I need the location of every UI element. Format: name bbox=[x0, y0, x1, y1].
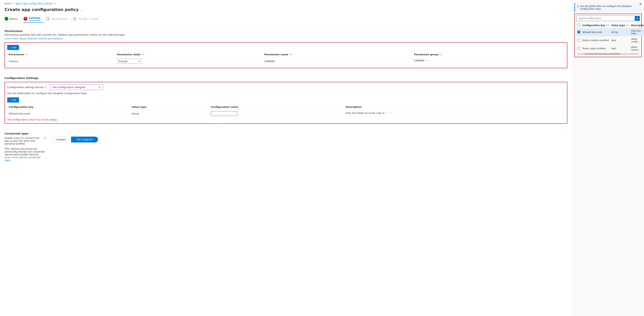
search-clear-button[interactable]: ✕ bbox=[635, 16, 640, 21]
config-col-key: Configuration key bbox=[7, 104, 130, 110]
panel-row-type-3: bool bbox=[610, 44, 630, 53]
row-checkbox-cell[interactable] bbox=[576, 28, 581, 36]
config-desc-cell: Only the listed accounts may si... ··· bbox=[344, 110, 565, 116]
chevron-down-icon: ∨ bbox=[138, 60, 140, 63]
step-label-assignments: Assignments bbox=[52, 17, 67, 20]
permissions-section: Permissions Permissions granted here wil… bbox=[0, 26, 572, 73]
panel-row-key-2: Notes creation enabled bbox=[581, 36, 610, 44]
page-title-row: Create app configuration policy ... bbox=[0, 6, 572, 15]
config-format-dropdown[interactable]: Use configuration designer ∨ bbox=[50, 84, 103, 90]
toggle-not-configured-button[interactable]: Not configured bbox=[71, 137, 98, 142]
connected-info-icon[interactable]: ⓘ bbox=[44, 137, 46, 140]
connected-note: This setting only works for personally-o… bbox=[4, 147, 46, 162]
panel-col-key: Configuration key ↑↓ bbox=[581, 22, 610, 28]
step-circle-assignments: 3 bbox=[46, 17, 50, 21]
wizard-step-assignments[interactable]: 3 Assignments bbox=[46, 15, 70, 22]
config-type-string: string bbox=[130, 110, 209, 118]
breadcrumb: Home > Apps | App configuration policies… bbox=[0, 0, 572, 6]
breadcrumb-home[interactable]: Home bbox=[4, 2, 11, 5]
panel-row-desc-3: Allow teams... bbox=[630, 44, 644, 53]
scrollbar-track bbox=[578, 53, 638, 54]
row-checkbox-cell[interactable] bbox=[576, 36, 581, 44]
row-more-icon[interactable]: ··· bbox=[426, 59, 430, 62]
config-add-button[interactable]: + Add bbox=[7, 97, 19, 102]
permissions-col-name: Permission name ↑↓ bbox=[263, 52, 412, 57]
search-row: ✕ bbox=[576, 15, 640, 21]
perm-name-camera: CAMERA bbox=[263, 57, 412, 65]
panel-row-type-1: string bbox=[610, 28, 630, 36]
info-banner-icon: ℹ bbox=[577, 5, 578, 10]
list-item: Teams apps enabled bool Allow teams... bbox=[576, 44, 644, 53]
select-all-checkbox[interactable] bbox=[578, 24, 580, 26]
connected-link[interactable]: Learn more about connected apps bbox=[4, 156, 40, 162]
row-checkbox[interactable] bbox=[578, 31, 580, 33]
breadcrumb-sep2: > bbox=[54, 2, 56, 5]
breadcrumb-sep1: > bbox=[12, 2, 14, 5]
config-col-desc: Description bbox=[344, 104, 565, 110]
permissions-table: Permission ↑↓ Permission state ↑↓ Permis… bbox=[7, 52, 565, 65]
row-checkbox[interactable] bbox=[578, 39, 580, 41]
list-item: Allowed Accounts string Only the liste..… bbox=[576, 28, 644, 36]
page-title-dots[interactable]: ... bbox=[80, 7, 84, 11]
step-circle-settings: ✗ bbox=[24, 17, 27, 21]
horizontal-scrollbar[interactable]: ‹ › bbox=[576, 53, 640, 55]
panel-col-checkbox bbox=[576, 22, 581, 28]
config-key-allowed: Allowed Accounts bbox=[7, 110, 130, 118]
perm-state-dropdown[interactable]: Prompt ∨ bbox=[116, 57, 263, 65]
permissions-box: + Add Permission ↑↓ Permission state ↑↓ … bbox=[4, 42, 568, 68]
wizard-step-review[interactable]: 4 Review + create bbox=[73, 15, 102, 22]
config-col-type: Value type bbox=[130, 104, 209, 110]
config-value-input[interactable] bbox=[211, 111, 238, 116]
step-label-settings: Settings bbox=[29, 16, 40, 21]
close-icon[interactable]: ✕ bbox=[639, 2, 642, 6]
config-format-row: Configuration settings format ⓘ Use conf… bbox=[7, 84, 565, 90]
scroll-left-icon[interactable]: ‹ bbox=[577, 53, 578, 55]
table-row: Camera Prompt ∨ CAMERA CAMERA ··· bbox=[7, 57, 565, 65]
toggle-enabled-button[interactable]: Enabled bbox=[51, 137, 71, 142]
panel-row-key-3: Teams apps enabled bbox=[581, 44, 610, 53]
right-panel: ✕ ℹ Use the JSON editor to configure the… bbox=[572, 0, 644, 316]
panel-col-type: Value type ↑↓ bbox=[610, 22, 630, 28]
json-note: Use the JSON editor to configure the dis… bbox=[7, 92, 565, 95]
wizard-step-basics[interactable]: ✓ Basics bbox=[4, 15, 21, 22]
permissions-col-permission: Permission ↑↓ bbox=[7, 52, 116, 57]
connected-apps-section: Connected apps Enable users to connect t… bbox=[0, 129, 572, 165]
config-format-label: Configuration settings format ⓘ bbox=[7, 86, 47, 89]
wizard-step-settings[interactable]: ✗ Settings bbox=[24, 15, 44, 23]
config-error: The configuration value must not be empt… bbox=[7, 118, 565, 121]
row-checkbox[interactable] bbox=[578, 47, 580, 50]
list-item: Notes creation enabled bool Allow creati… bbox=[576, 36, 644, 44]
page-title: Create app configuration policy bbox=[4, 7, 79, 12]
config-settings-title: Configuration Settings bbox=[4, 76, 568, 80]
scrollbar-thumb[interactable] bbox=[584, 53, 620, 54]
panel-row-key-1: Allowed Accounts bbox=[581, 28, 610, 36]
step-circle-basics: ✓ bbox=[4, 17, 8, 21]
config-format-label-text: Configuration settings format bbox=[7, 86, 44, 89]
connected-apps-title: Connected apps bbox=[4, 132, 568, 135]
step-sep-2: › bbox=[44, 17, 45, 21]
step-label-review: Review + create bbox=[78, 17, 98, 20]
config-format-info-icon[interactable]: ⓘ bbox=[44, 86, 47, 89]
row-checkbox-cell[interactable] bbox=[576, 44, 581, 53]
panel-table: Configuration key ↑↓ Value type ↑↓ Descr… bbox=[576, 22, 644, 53]
panel-filter-box: ✕ Configuration key ↑↓ Value type ↑↓ Des… bbox=[574, 14, 642, 57]
step-circle-review: 4 bbox=[73, 17, 77, 21]
panel-row-desc-1: Only the liste... bbox=[630, 28, 644, 36]
breadcrumb-apps[interactable]: Apps | App configuration policies bbox=[16, 2, 53, 5]
connected-label-row: Enable users to connect this app across … bbox=[4, 137, 46, 145]
permissions-desc: Permissions granted here will override t… bbox=[4, 33, 568, 36]
chevron-down-icon: ∨ bbox=[98, 86, 100, 89]
scroll-right-icon[interactable]: › bbox=[638, 53, 640, 55]
permissions-add-button[interactable]: + Add bbox=[7, 45, 19, 50]
permissions-link[interactable]: Learn more about Android runtime permiss… bbox=[4, 37, 63, 40]
search-input[interactable] bbox=[576, 15, 635, 21]
step-sep-1: › bbox=[22, 17, 22, 21]
connected-label-text: Enable users to connect this app across … bbox=[4, 137, 42, 145]
permissions-col-state: Permission state ↑↓ bbox=[116, 52, 263, 57]
step-label-basics: Basics bbox=[10, 17, 18, 20]
panel-row-type-2: bool bbox=[610, 36, 630, 44]
config-value-cell[interactable] bbox=[209, 110, 344, 118]
perm-group-camera: CAMERA ··· bbox=[412, 57, 565, 64]
config-col-value: Configuration value bbox=[209, 104, 344, 110]
row-more-icon[interactable]: ··· bbox=[388, 111, 392, 115]
